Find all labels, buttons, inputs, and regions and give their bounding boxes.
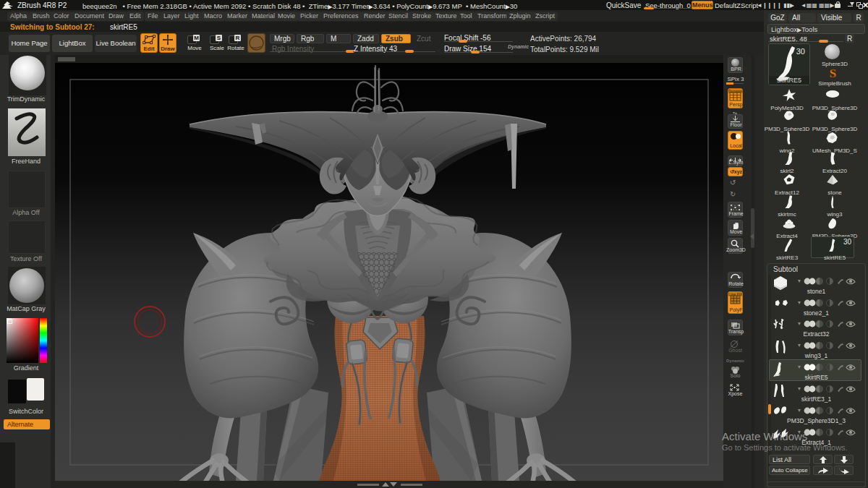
svg-text:skirtRE5: skirtRE5 <box>777 77 801 84</box>
svg-text:S: S <box>830 67 836 80</box>
svg-text:30: 30 <box>796 47 805 56</box>
